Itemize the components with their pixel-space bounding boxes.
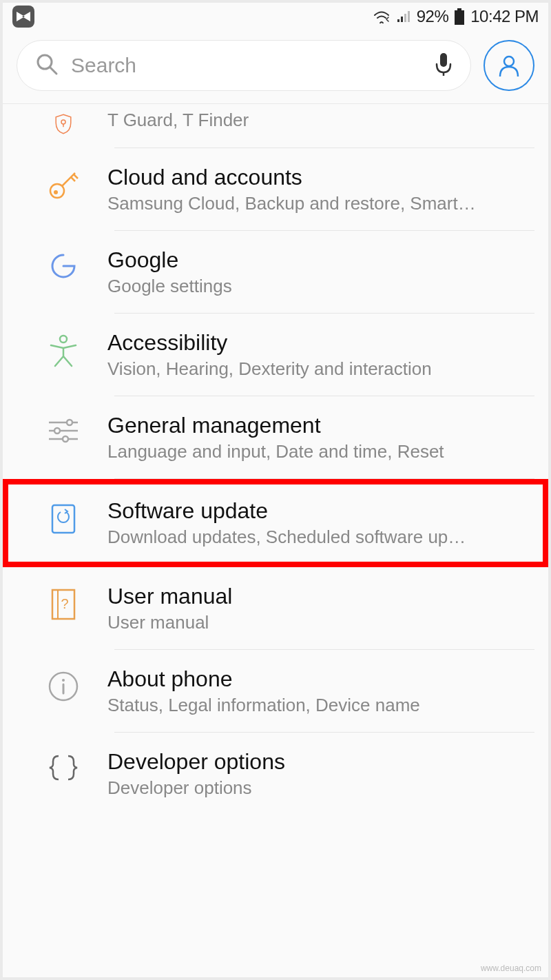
settings-item-title: Accessibility [107, 330, 534, 356]
settings-item-title: Cloud and accounts [107, 165, 534, 190]
google-icon [44, 247, 83, 280]
search-input[interactable] [71, 54, 422, 77]
capcut-icon [12, 6, 34, 28]
settings-item-cloud-accounts[interactable]: Cloud and accounts Samsung Cloud, Backup… [3, 148, 548, 231]
settings-item-subtitle: Download updates, Scheduled software up… [107, 527, 529, 548]
settings-item-subtitle: T Guard, T Finder [107, 110, 534, 131]
profile-button[interactable] [484, 40, 534, 91]
settings-item-title: Google [107, 247, 534, 273]
search-row [3, 30, 548, 104]
svg-point-7 [61, 120, 65, 124]
settings-item-title: Developer options [107, 749, 534, 775]
battery-percentage: 92% [417, 7, 449, 26]
settings-item-software-update[interactable]: Software update Download updates, Schedu… [8, 484, 543, 562]
svg-point-6 [504, 57, 514, 66]
svg-line-12 [71, 177, 75, 181]
settings-item-developer-options[interactable]: Developer options Developer options [3, 733, 548, 806]
svg-point-14 [60, 336, 67, 343]
settings-item-google[interactable]: Google Google settings [3, 231, 548, 314]
watermark: www.deuaq.com [481, 963, 541, 973]
settings-item-subtitle: User manual [107, 612, 534, 633]
accessibility-icon [44, 330, 83, 367]
settings-item-user-manual[interactable]: ? User manual User manual [3, 567, 548, 650]
settings-list: T Guard, T Finder Cloud and accounts Sam… [3, 104, 548, 806]
svg-text:?: ? [61, 596, 68, 611]
key-icon [44, 165, 83, 201]
svg-point-20 [63, 436, 68, 442]
clock: 10:42 PM [470, 7, 539, 26]
settings-item-about-phone[interactable]: About phone Status, Legal information, D… [3, 650, 548, 733]
svg-point-16 [67, 420, 72, 425]
svg-rect-21 [52, 505, 74, 533]
settings-item-security[interactable]: T Guard, T Finder [3, 104, 548, 148]
code-braces-icon [44, 749, 83, 782]
settings-item-general-management[interactable]: General management Language and input, D… [3, 396, 548, 479]
settings-item-subtitle: Language and input, Date and time, Reset [107, 441, 534, 462]
settings-item-title: About phone [107, 666, 534, 692]
mic-icon[interactable] [435, 52, 453, 79]
sliders-icon [44, 413, 83, 445]
svg-rect-1 [455, 10, 464, 25]
svg-point-26 [62, 679, 65, 682]
signal-icon [396, 10, 411, 23]
settings-item-subtitle: Vision, Hearing, Dexterity and interacti… [107, 358, 534, 380]
svg-point-18 [54, 428, 60, 433]
settings-item-title: General management [107, 413, 534, 438]
battery-icon [454, 8, 465, 25]
search-field[interactable] [17, 40, 471, 91]
highlight-frame: Software update Download updates, Schedu… [3, 479, 548, 567]
settings-item-subtitle: Status, Legal information, Device name [107, 695, 534, 716]
shield-icon [44, 110, 83, 134]
svg-rect-0 [457, 8, 461, 10]
svg-point-10 [54, 190, 58, 194]
settings-item-title: User manual [107, 584, 534, 609]
svg-line-3 [50, 68, 56, 74]
svg-rect-4 [440, 53, 447, 67]
wifi-icon [373, 10, 391, 23]
status-bar: 92% 10:42 PM [3, 3, 548, 30]
info-icon [44, 666, 83, 702]
settings-item-subtitle: Developer options [107, 777, 534, 799]
settings-item-subtitle: Samsung Cloud, Backup and restore, Smart… [107, 193, 534, 214]
update-icon [44, 498, 83, 535]
manual-icon: ? [44, 584, 83, 621]
settings-item-subtitle: Google settings [107, 276, 534, 297]
search-icon [35, 52, 59, 79]
svg-line-13 [74, 174, 78, 178]
settings-screen: 92% 10:42 PM T Gu [0, 0, 551, 980]
settings-item-title: Software update [107, 498, 529, 524]
settings-item-accessibility[interactable]: Accessibility Vision, Hearing, Dexterity… [3, 314, 548, 396]
